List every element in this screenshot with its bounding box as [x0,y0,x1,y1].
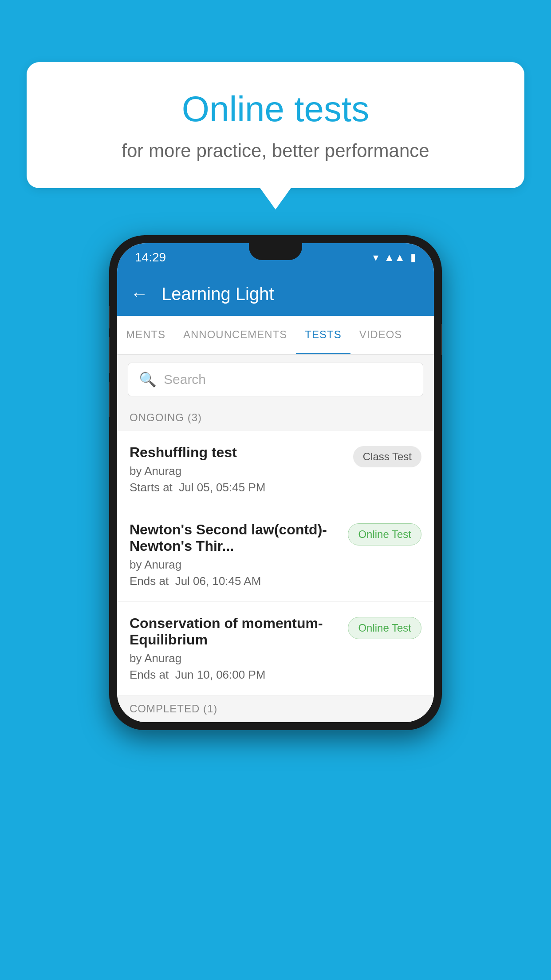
test-author-3: by Anurag [130,652,341,665]
completed-section-header: COMPLETED (1) [117,695,434,722]
tab-ments[interactable]: MENTS [117,316,174,355]
test-date-label-2: Ends at [130,574,169,588]
test-badge-2: Online Test [348,523,421,545]
test-info-3: Conservation of momentum-Equilibrium by … [130,615,341,682]
test-date-label-3: Ends at [130,668,169,681]
tab-announcements[interactable]: ANNOUNCEMENTS [174,316,296,355]
test-date-value-1: Jul 05, 05:45 PM [179,481,265,494]
search-icon: 🔍 [139,371,157,388]
test-name-3: Conservation of momentum-Equilibrium [130,615,341,648]
app-title: Learning Light [161,284,274,304]
power-button [441,324,442,355]
phone-screen: 14:29 ▾ ▲▲ ▮ ← Learning Light MENTS ANNO… [117,243,434,722]
phone-container: 14:29 ▾ ▲▲ ▮ ← Learning Light MENTS ANNO… [109,235,442,730]
tabs-container: MENTS ANNOUNCEMENTS TESTS VIDEOS [117,316,434,355]
status-time: 14:29 [135,250,166,265]
app-header: ← Learning Light [117,272,434,316]
test-name-1: Reshuffling test [130,444,346,461]
test-info-2: Newton's Second law(contd)-Newton's Thir… [130,522,341,588]
test-date-value-2: Jul 06, 10:45 AM [175,574,261,588]
test-author-2: by Anurag [130,558,341,572]
test-badge-3: Online Test [348,617,421,639]
volume-up-button [109,306,110,328]
phone-frame: 14:29 ▾ ▲▲ ▮ ← Learning Light MENTS ANNO… [109,235,442,730]
test-item-1[interactable]: Reshuffling test by Anurag Starts at Jul… [117,431,434,508]
signal-icon: ▲▲ [384,251,405,264]
test-badge-1: Class Test [353,446,421,467]
speech-bubble: Online tests for more practice, better p… [27,62,524,188]
tab-videos[interactable]: VIDEOS [350,316,411,355]
status-icons: ▾ ▲▲ ▮ [373,251,416,264]
back-button[interactable]: ← [130,284,148,304]
test-name-2: Newton's Second law(contd)-Newton's Thir… [130,522,341,554]
test-date-2: Ends at Jul 06, 10:45 AM [130,574,341,588]
search-placeholder: Search [164,372,206,387]
phone-notch [249,243,302,260]
speech-bubble-title: Online tests [58,89,493,130]
test-date-1: Starts at Jul 05, 05:45 PM [130,481,346,494]
wifi-icon: ▾ [373,251,378,264]
ongoing-section-header: ONGOING (3) [117,404,434,431]
battery-icon: ▮ [410,251,416,264]
test-list: Reshuffling test by Anurag Starts at Jul… [117,431,434,695]
speech-bubble-subtitle: for more practice, better performance [58,140,493,162]
search-bar[interactable]: 🔍 Search [128,363,423,396]
test-date-value-3: Jun 10, 06:00 PM [175,668,266,681]
test-author-1: by Anurag [130,464,346,478]
search-container: 🔍 Search [117,355,434,404]
test-info-1: Reshuffling test by Anurag Starts at Jul… [130,444,346,494]
mute-button [109,382,110,417]
speech-bubble-container: Online tests for more practice, better p… [27,62,524,209]
volume-down-button [109,337,110,373]
test-date-label-1: Starts at [130,481,173,494]
test-date-3: Ends at Jun 10, 06:00 PM [130,668,341,682]
test-item-3[interactable]: Conservation of momentum-Equilibrium by … [117,602,434,695]
test-item-2[interactable]: Newton's Second law(contd)-Newton's Thir… [117,508,434,602]
tab-tests[interactable]: TESTS [296,316,350,355]
speech-bubble-tail [260,187,291,209]
